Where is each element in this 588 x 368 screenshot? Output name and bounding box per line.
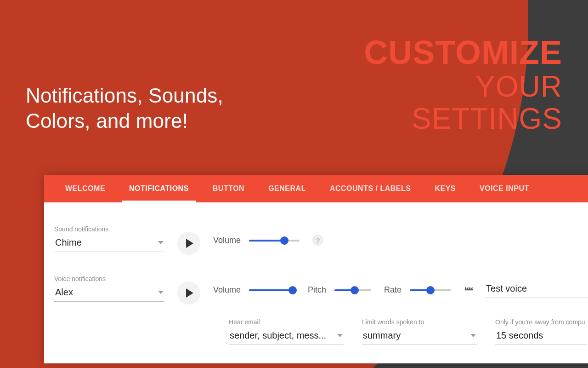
voice-notifications-value: Alex xyxy=(55,287,73,298)
hear-email-label: Hear email xyxy=(229,318,344,326)
hero-subtitle-line1: Notifications, Sounds, xyxy=(26,83,223,108)
voice-volume-slider[interactable] xyxy=(249,289,295,291)
voice-volume-label: Volume xyxy=(213,285,241,295)
tab-general[interactable]: GENERAL xyxy=(256,175,318,202)
help-icon[interactable]: ? xyxy=(312,235,323,246)
tab-button[interactable]: BUTTON xyxy=(201,175,256,202)
sound-volume-label: Volume xyxy=(213,236,241,245)
hero-title-line2: YOUR xyxy=(364,72,562,101)
quote-icon: ❝❝ xyxy=(464,285,472,297)
voice-pitch-slider[interactable] xyxy=(334,289,371,291)
hero-title-line3: SETTINGS xyxy=(364,104,562,133)
voice-rate-slider[interactable] xyxy=(410,289,451,291)
test-voice-input[interactable] xyxy=(485,282,588,298)
voice-rate-label: Rate xyxy=(384,285,401,295)
limit-words-value: summary xyxy=(363,330,401,341)
tab-welcome[interactable]: WELCOME xyxy=(53,175,117,202)
sound-notifications-select[interactable]: Chime xyxy=(54,236,164,252)
tab-notifications[interactable]: NOTIFICATIONS xyxy=(117,175,201,202)
chevron-down-icon xyxy=(158,241,164,244)
voice-notifications-select[interactable]: Alex xyxy=(54,285,164,302)
hero-title: CUSTOMIZE YOUR SETTINGS xyxy=(364,36,562,133)
settings-panel: WELCOME NOTIFICATIONS BUTTON GENERAL ACC… xyxy=(44,175,588,363)
tab-voice-input[interactable]: VOICE INPUT xyxy=(468,175,541,202)
hear-email-select[interactable]: sender, subject, mess... xyxy=(229,328,344,345)
hear-email-value: sender, subject, mess... xyxy=(230,330,326,341)
voice-pitch-label: Pitch xyxy=(308,285,326,295)
voice-notifications-label: Voice notifications xyxy=(54,275,164,282)
tab-keys[interactable]: KEYS xyxy=(423,175,468,202)
chevron-down-icon xyxy=(337,334,343,337)
hero-subtitle: Notifications, Sounds, Colors, and more! xyxy=(26,83,223,133)
hero-title-line1: CUSTOMIZE xyxy=(364,36,562,69)
chevron-down-icon xyxy=(470,334,476,337)
tab-accounts-labels[interactable]: ACCOUNTS / LABELS xyxy=(318,175,423,202)
away-label: Only if you're away from compu xyxy=(495,318,587,326)
tab-bar: WELCOME NOTIFICATIONS BUTTON GENERAL ACC… xyxy=(44,175,588,202)
play-icon xyxy=(186,288,193,298)
away-select[interactable]: 15 seconds xyxy=(495,328,587,345)
limit-words-select[interactable]: summary xyxy=(362,328,477,345)
sound-volume-slider[interactable] xyxy=(249,240,300,242)
voice-play-button[interactable] xyxy=(177,282,200,305)
chevron-down-icon xyxy=(158,291,164,294)
hero-subtitle-line2: Colors, and more! xyxy=(26,108,223,133)
away-value: 15 seconds xyxy=(496,330,543,341)
play-icon xyxy=(186,239,193,248)
sound-play-button[interactable] xyxy=(177,232,200,255)
sound-notifications-value: Chime xyxy=(55,237,82,248)
limit-words-label: Limit words spoken to xyxy=(362,318,477,326)
sound-notifications-label: Sound notifications xyxy=(54,225,164,233)
